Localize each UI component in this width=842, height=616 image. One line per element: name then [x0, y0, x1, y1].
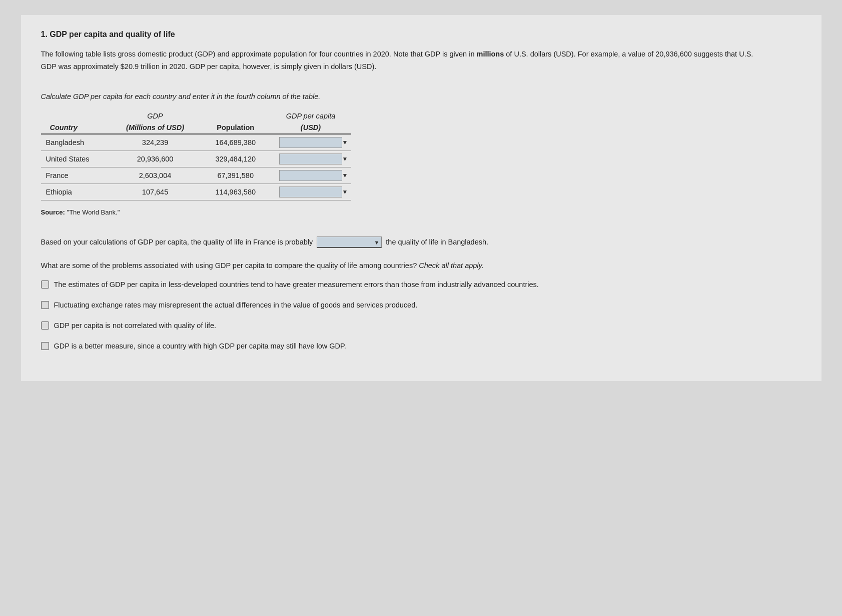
- cell-gdp: 107,645: [110, 184, 201, 200]
- page-container: 1. GDP per capita and quality of life Th…: [21, 15, 821, 381]
- cell-country: Ethiopia: [41, 184, 110, 200]
- problems-check-all: Check all that apply.: [419, 262, 484, 270]
- checkbox-label-3[interactable]: GDP is a better measure, since a country…: [54, 340, 346, 352]
- problems-intro-text: What are some of the problems associated…: [41, 262, 419, 270]
- q2-before: Based on your calculations of GDP per ca…: [41, 238, 313, 246]
- th-gdp-sub: (Millions of USD): [110, 121, 201, 134]
- gdp-per-capita-dropdown-0[interactable]: 1.9763.6138.660.94: [279, 137, 342, 148]
- cell-population: 67,391,580: [201, 168, 271, 184]
- table-row: United States20,936,600329,484,1201.9763…: [41, 151, 351, 168]
- source-value: "The World Bank.": [67, 208, 120, 216]
- dropdown-arrow-icon: ▼: [342, 188, 348, 196]
- checkbox-3[interactable]: [41, 342, 49, 350]
- checkbox-item-3: GDP is a better measure, since a country…: [41, 340, 741, 352]
- checkbox-0[interactable]: [41, 280, 49, 288]
- source-text: Source: "The World Bank.": [41, 208, 801, 216]
- cell-population: 114,963,580: [201, 184, 271, 200]
- checkbox-section: The estimates of GDP per capita in less-…: [41, 279, 801, 352]
- cell-country: France: [41, 168, 110, 184]
- cell-gdp: 324,239: [110, 134, 201, 151]
- checkbox-item-2: GDP per capita is not correlated with qu…: [41, 320, 741, 332]
- q2-after: the quality of life in Bangladesh.: [386, 238, 488, 246]
- source-label: Source:: [41, 208, 65, 216]
- cell-population: 164,689,380: [201, 134, 271, 151]
- problems-intro: What are some of the problems associated…: [41, 260, 741, 272]
- cell-gdp: 2,603,004: [110, 168, 201, 184]
- th-population: Population: [201, 121, 271, 134]
- table-row: Ethiopia107,645114,963,5801.9763.6138.66…: [41, 184, 351, 200]
- quality-comparison-dropdown[interactable]: higher thanlower thanequal to: [317, 236, 382, 248]
- gdp-per-capita-dropdown-1[interactable]: 1.9763.6138.660.94: [279, 154, 342, 164]
- th-country-empty: [41, 110, 110, 121]
- cell-gdp-per-capita[interactable]: 1.9763.6138.660.94▼: [270, 168, 351, 184]
- quality-comparison-dropdown-wrapper[interactable]: higher thanlower thanequal to ▼: [317, 236, 382, 248]
- gdp-table: GDP GDP per capita Country (Millions of …: [41, 110, 351, 200]
- checkbox-label-2[interactable]: GDP per capita is not correlated with qu…: [54, 320, 217, 332]
- table-row: Bangladesh324,239164,689,3801.9763.6138.…: [41, 134, 351, 151]
- question-title: 1. GDP per capita and quality of life: [41, 30, 801, 39]
- checkbox-label-1[interactable]: Fluctuating exchange rates may misrepres…: [54, 300, 418, 311]
- gdp-per-capita-dropdown-3[interactable]: 1.9763.6138.660.94: [279, 186, 342, 198]
- cell-population: 329,484,120: [201, 151, 271, 168]
- th-country: Country: [41, 121, 110, 134]
- dropdown-arrow-icon: ▼: [342, 139, 348, 146]
- cell-gdp-per-capita[interactable]: 1.9763.6138.660.94▼: [270, 184, 351, 200]
- cell-gdp: 20,936,600: [110, 151, 201, 168]
- checkbox-item-1: Fluctuating exchange rates may misrepres…: [41, 300, 741, 311]
- instruction-text: Calculate GDP per capita for each countr…: [41, 92, 801, 100]
- table-row: France2,603,00467,391,5801.9763.6138.660…: [41, 168, 351, 184]
- checkbox-2[interactable]: [41, 322, 49, 330]
- cell-gdp-per-capita[interactable]: 1.9763.6138.660.94▼: [270, 151, 351, 168]
- th-population-empty: [201, 110, 271, 121]
- gdp-per-capita-dropdown-2[interactable]: 1.9763.6138.660.94: [279, 170, 342, 181]
- checkbox-item-0: The estimates of GDP per capita in less-…: [41, 279, 741, 290]
- checkbox-1[interactable]: [41, 301, 49, 309]
- th-gdp-per-capita-top: GDP per capita: [270, 110, 351, 121]
- intro-text: The following table lists gross domestic…: [41, 48, 766, 72]
- cell-gdp-per-capita[interactable]: 1.9763.6138.660.94▼: [270, 134, 351, 151]
- cell-country: Bangladesh: [41, 134, 110, 151]
- checkbox-label-0[interactable]: The estimates of GDP per capita in less-…: [54, 279, 539, 290]
- dropdown-arrow-icon: ▼: [342, 172, 348, 179]
- cell-country: United States: [41, 151, 110, 168]
- th-gdp-top: GDP: [110, 110, 201, 121]
- dropdown-arrow-icon: ▼: [342, 156, 348, 162]
- bold-millions: millions: [476, 50, 504, 58]
- th-gdp-per-capita-sub: (USD): [270, 121, 351, 134]
- question2-text: Based on your calculations of GDP per ca…: [41, 236, 766, 248]
